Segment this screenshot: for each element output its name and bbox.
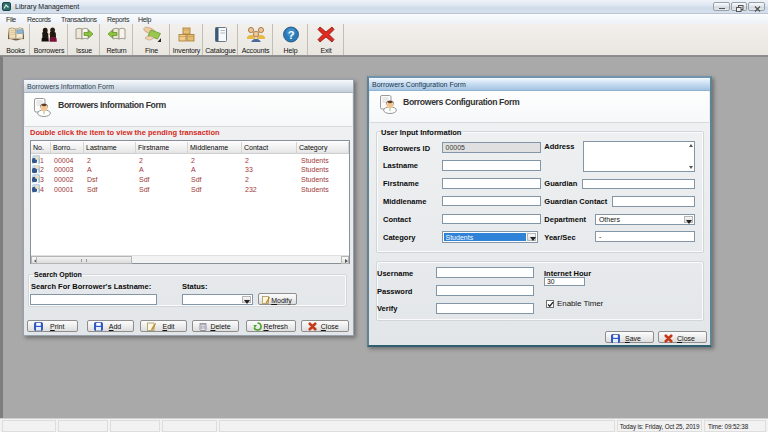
svg-text:?: ? [287,29,294,41]
